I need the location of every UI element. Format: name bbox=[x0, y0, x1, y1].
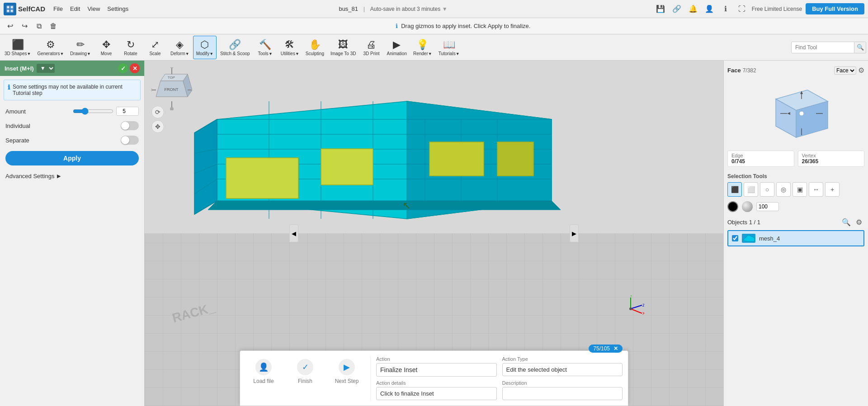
pan-view-button[interactable]: ✥ bbox=[151, 120, 164, 133]
sel-tool-grow[interactable]: + bbox=[825, 182, 840, 197]
delete-button[interactable]: 🗑 bbox=[47, 20, 60, 33]
tool-rotate-label: Rotate bbox=[124, 51, 137, 56]
notifications-button[interactable]: 🔔 bbox=[687, 3, 699, 15]
tool-generators[interactable]: ⚙ Generators▼ bbox=[34, 36, 66, 59]
info-box-text: Some settings may not be available in cu… bbox=[13, 84, 137, 96]
object-row-mesh4[interactable]: mesh_4 bbox=[728, 231, 863, 245]
app-logo[interactable]: SelfCAD bbox=[4, 3, 45, 15]
load-file-action[interactable]: 👤 Load file bbox=[245, 356, 282, 400]
animation-icon: ▶ bbox=[393, 39, 401, 51]
opacity-input[interactable] bbox=[756, 202, 779, 211]
description-input[interactable] bbox=[502, 387, 623, 400]
svg-rect-26 bbox=[226, 158, 298, 198]
svg-text:FRONT: FRONT bbox=[165, 87, 179, 92]
undo-button[interactable]: ↩ bbox=[4, 20, 16, 33]
left-panel-toggle[interactable]: ◀ bbox=[289, 224, 298, 242]
save-button[interactable]: 💾 bbox=[654, 3, 667, 15]
tutorial-close-button[interactable]: ✕ bbox=[613, 345, 618, 352]
action-details-input[interactable] bbox=[376, 387, 497, 400]
menu-edit[interactable]: Edit bbox=[66, 4, 84, 14]
menu-view[interactable]: View bbox=[84, 4, 104, 14]
sel-tool-box[interactable]: ⬜ bbox=[744, 182, 758, 197]
3d-shapes-icon: ⬛ bbox=[12, 39, 24, 51]
tool-render[interactable]: 💡 Render▼ bbox=[410, 36, 435, 59]
right-panel-toggle[interactable]: ▶ bbox=[570, 224, 579, 242]
amount-slider[interactable] bbox=[73, 108, 113, 115]
panel-close-button[interactable]: ✕ bbox=[130, 63, 140, 73]
tool-scale[interactable]: ⤢ Scale bbox=[143, 36, 167, 59]
apply-button[interactable]: Apply bbox=[5, 151, 139, 165]
sculpting-icon: ✋ bbox=[309, 39, 321, 51]
svg-rect-27 bbox=[321, 149, 373, 185]
color-swatch[interactable] bbox=[727, 201, 738, 212]
tool-utilities[interactable]: 🛠 Utilities▼ bbox=[278, 36, 302, 59]
sel-tool-circle[interactable]: ○ bbox=[760, 182, 774, 197]
tool-3d-shapes[interactable]: ⬛ 3D Shapes▼ bbox=[2, 36, 33, 59]
viewport[interactable]: TOP FRONT bbox=[145, 61, 723, 406]
autosave-dropdown[interactable]: ▼ bbox=[442, 6, 448, 12]
menu-settings[interactable]: Settings bbox=[104, 4, 132, 14]
action-type-input[interactable] bbox=[502, 363, 623, 376]
sphere-material-icon[interactable] bbox=[742, 201, 753, 212]
search-objects-button[interactable]: 🔍 bbox=[841, 217, 852, 227]
individual-toggle[interactable] bbox=[121, 121, 139, 130]
nav-cube-svg[interactable]: TOP FRONT bbox=[151, 67, 192, 110]
face-mode-dropdown[interactable]: Face bbox=[834, 66, 856, 75]
tool-tools[interactable]: 🔨 Tools▼ bbox=[254, 36, 277, 59]
separate-toggle[interactable] bbox=[121, 136, 139, 145]
panel-mode-dropdown[interactable]: ▼ bbox=[37, 64, 55, 73]
sel-tool-invert[interactable]: ◎ bbox=[776, 182, 791, 197]
sel-tool-face[interactable]: ⬛ bbox=[727, 182, 742, 197]
advanced-settings[interactable]: Advanced Settings ▶ bbox=[0, 169, 144, 183]
tool-rotate[interactable]: ↻ Rotate bbox=[119, 36, 142, 59]
nav-cube-area[interactable]: TOP FRONT bbox=[151, 67, 192, 112]
tool-stitch-scoop[interactable]: 🔗 Stitch & Scoop bbox=[217, 36, 253, 59]
account-button[interactable]: 👤 bbox=[703, 3, 716, 15]
top-right-actions: 💾 🔗 🔔 👤 ℹ ⛶ Free Limited License Buy Ful… bbox=[654, 3, 864, 15]
action-input[interactable] bbox=[376, 363, 497, 377]
tutorial-progress: 75/105 ✕ bbox=[589, 345, 623, 353]
amount-number-input[interactable] bbox=[116, 107, 139, 116]
tutorial-top-row: Action Action Type bbox=[376, 356, 623, 377]
render-icon: 💡 bbox=[416, 39, 429, 51]
tool-3d-print[interactable]: 🖨 3D Print bbox=[359, 36, 383, 59]
settings-gear-icon[interactable]: ⚙ bbox=[858, 66, 864, 75]
object-checkbox-mesh4[interactable] bbox=[732, 235, 738, 241]
tool-animation[interactable]: ▶ Animation bbox=[384, 36, 409, 59]
autosave-status[interactable]: Auto-save in about 3 minutes bbox=[370, 6, 440, 12]
object-name-mesh4: mesh_4 bbox=[759, 235, 780, 242]
bus-model-svg[interactable]: ↖ bbox=[181, 83, 588, 264]
svg-point-42 bbox=[629, 307, 632, 310]
bus-model-container[interactable]: ↖ bbox=[181, 83, 588, 264]
actionbar: ↩ ↪ ⧉ 🗑 ℹ Drag gizmos to apply inset. Cl… bbox=[0, 18, 868, 34]
fullscreen-button[interactable]: ⛶ bbox=[736, 3, 748, 15]
svg-line-36 bbox=[631, 309, 642, 313]
tool-modify[interactable]: ⬡ Modify▼ bbox=[193, 36, 217, 59]
left-panel: Inset (M+I) ▼ ✓ ✕ ℹ Some settings may no… bbox=[0, 61, 145, 406]
duplicate-button[interactable]: ⧉ bbox=[33, 20, 45, 33]
tool-animation-label: Animation bbox=[387, 51, 406, 56]
find-tool-button[interactable]: 🔍 bbox=[854, 42, 866, 53]
find-tool-input[interactable] bbox=[791, 42, 854, 53]
action-type-label: Action Type bbox=[502, 356, 623, 362]
tool-tutorials-label: Tutorials▼ bbox=[439, 51, 460, 56]
redo-button[interactable]: ↪ bbox=[18, 20, 31, 33]
tool-move[interactable]: ✥ Move bbox=[94, 36, 118, 59]
objects-settings-button[interactable]: ⚙ bbox=[854, 217, 864, 227]
tool-sculpting[interactable]: ✋ Sculpting bbox=[303, 36, 327, 59]
finish-action[interactable]: ✓ Finish bbox=[287, 356, 323, 400]
sel-tool-loop[interactable]: ↔ bbox=[809, 182, 823, 197]
info-button[interactable]: ℹ bbox=[719, 3, 732, 15]
share-button[interactable]: 🔗 bbox=[670, 3, 683, 15]
svg-marker-53 bbox=[743, 235, 755, 241]
tool-drawing[interactable]: ✏ Drawing▼ bbox=[67, 36, 94, 59]
buy-full-version-button[interactable]: Buy Full Version bbox=[806, 3, 864, 14]
next-step-action[interactable]: ▶ Next Step bbox=[329, 356, 365, 400]
tool-tutorials[interactable]: 📖 Tutorials▼ bbox=[436, 36, 462, 59]
tool-deform[interactable]: ◈ Deform▼ bbox=[168, 36, 192, 59]
tool-image-to-3d[interactable]: 🖼 Image To 3D bbox=[328, 36, 359, 59]
panel-confirm-button[interactable]: ✓ bbox=[118, 63, 128, 73]
menu-file[interactable]: File bbox=[50, 4, 66, 14]
tutorial-panel: 75/105 ✕ 👤 Load file ✓ Finish ▶ Next Ste… bbox=[240, 350, 628, 406]
sel-tool-all[interactable]: ▣ bbox=[793, 182, 807, 197]
